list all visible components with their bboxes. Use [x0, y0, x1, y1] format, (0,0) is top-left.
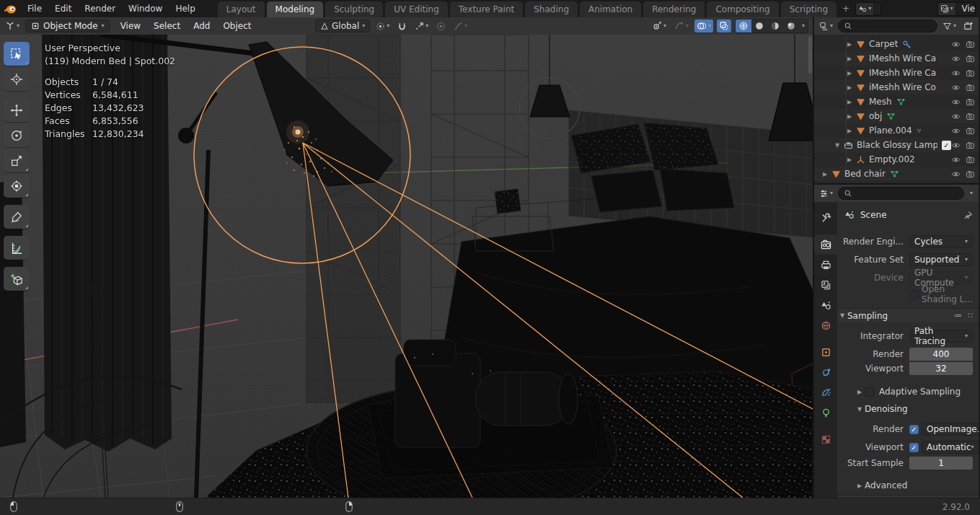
proportional-falloff-selector[interactable]: ▾: [451, 20, 469, 32]
outliner-item-label[interactable]: Carpet: [869, 39, 898, 49]
shading-solid-button[interactable]: [751, 19, 767, 32]
tool-add-cube-button[interactable]: [4, 267, 30, 291]
outliner-row[interactable]: ▶ Carpet: [814, 37, 979, 51]
disable-render-camera-icon[interactable]: [966, 97, 975, 107]
tab-object-data[interactable]: [814, 402, 837, 423]
light-paths-section-header[interactable]: ▼ Light Paths: [837, 495, 979, 498]
tab-physics[interactable]: [814, 362, 837, 382]
pivot-point-selector[interactable]: ▾: [374, 20, 392, 32]
disable-render-camera-icon[interactable]: [966, 170, 975, 179]
add-workspace-button[interactable]: +: [836, 1, 855, 17]
preset-list-icon[interactable]: ≔: [954, 311, 962, 320]
hide-eye-icon[interactable]: [951, 97, 961, 107]
workspace-tab[interactable]: Rendering: [643, 1, 705, 17]
snap-target-selector[interactable]: ▾: [412, 20, 431, 32]
render-engine-dropdown[interactable]: Cycles▾: [909, 235, 973, 248]
workspace-tab[interactable]: Shading: [525, 1, 578, 17]
denoise-render-dropdown[interactable]: OpenImage...▾: [922, 423, 979, 436]
workspace-tab[interactable]: Sculpting: [325, 1, 383, 17]
shading-rendered-button[interactable]: [783, 19, 799, 32]
shading-material-button[interactable]: [767, 19, 783, 32]
denoise-render-checkbox[interactable]: ✓: [909, 425, 919, 434]
disable-render-camera-icon[interactable]: [966, 112, 975, 121]
mode-selector[interactable]: Object Mode ▾: [25, 19, 110, 32]
disable-render-camera-icon[interactable]: [966, 40, 975, 49]
tab-scene[interactable]: [814, 295, 837, 315]
viewport-menu-item[interactable]: Add: [187, 19, 216, 32]
view-layer-selector[interactable]: ▾ View Layer ✕: [937, 2, 976, 16]
tab-world[interactable]: [814, 315, 837, 335]
adaptive-sampling-checkbox[interactable]: [865, 387, 874, 397]
hide-eye-icon[interactable]: [951, 40, 961, 49]
snapping-magnet-icon[interactable]: [395, 20, 409, 32]
tab-view-layer[interactable]: [814, 275, 837, 295]
blender-logo-icon[interactable]: [4, 3, 17, 14]
breadcrumb-label[interactable]: Scene: [860, 210, 887, 220]
workspace-tab[interactable]: UV Editing: [385, 1, 448, 17]
outliner-search-input[interactable]: [838, 19, 937, 32]
outliner-item-label[interactable]: IMeshh Wire Ca: [869, 53, 936, 63]
properties-search-input[interactable]: [838, 187, 964, 200]
outliner-row[interactable]: ▶ IMeshh Wire Ca: [814, 51, 979, 66]
topbar-menu-item[interactable]: Window: [122, 2, 169, 15]
viewport-menu-item[interactable]: Select: [147, 19, 187, 32]
editor-type-button[interactable]: ▾: [817, 20, 835, 32]
orientation-selector[interactable]: Global ▾: [315, 19, 370, 32]
outliner-row[interactable]: ▶ IMeshh Wire Ca: [814, 66, 979, 80]
samples-render-field[interactable]: 400: [909, 348, 973, 361]
tab-output[interactable]: [814, 255, 837, 275]
denoise-viewport-dropdown[interactable]: Automatic▾: [922, 441, 979, 454]
outliner-item-label[interactable]: Bed chair: [844, 169, 886, 179]
tool-rotate-button[interactable]: [4, 123, 30, 147]
integrator-dropdown[interactable]: Path Tracing▾: [909, 330, 973, 343]
outliner-item-label[interactable]: Empty.002: [869, 154, 915, 164]
scene-browse-icon[interactable]: ▾: [856, 3, 874, 15]
scene-name[interactable]: Scene: [874, 4, 880, 14]
outliner-row[interactable]: ▶ Plane.004: [814, 123, 979, 138]
outliner-item-label[interactable]: Black Glossy Lamp: [857, 140, 937, 150]
shading-options-dropdown[interactable]: ▾: [799, 19, 808, 32]
samples-viewport-field[interactable]: 32: [909, 362, 973, 375]
xray-toggle[interactable]: [717, 19, 731, 32]
sampling-section-header[interactable]: ▼ Sampling ≔∷: [837, 308, 979, 322]
disable-render-camera-icon[interactable]: [966, 69, 975, 78]
topbar-menu-item[interactable]: File: [21, 2, 48, 15]
editor-type-button[interactable]: ▾: [817, 188, 835, 200]
device-dropdown[interactable]: GPU Compute▾: [909, 271, 973, 284]
disable-render-camera-icon[interactable]: [966, 54, 975, 63]
hide-eye-icon[interactable]: [951, 83, 961, 92]
outliner-item-label[interactable]: Plane.004: [869, 126, 912, 136]
collection-checkbox[interactable]: ✓: [942, 141, 951, 150]
viewport-menu-item[interactable]: Object: [216, 19, 257, 32]
denoise-viewport-checkbox[interactable]: ✓: [909, 443, 919, 452]
workspace-tab[interactable]: Modeling: [267, 1, 324, 17]
view-layer-browse-icon[interactable]: ▾: [938, 3, 956, 15]
tab-tool[interactable]: [814, 208, 837, 228]
tab-texture[interactable]: [814, 429, 837, 449]
tab-render[interactable]: [814, 234, 837, 255]
osl-checkbox[interactable]: [909, 290, 919, 299]
hide-eye-icon[interactable]: [951, 126, 961, 136]
hide-eye-icon[interactable]: [951, 112, 961, 121]
disable-render-camera-icon[interactable]: [966, 83, 975, 92]
disable-render-camera-icon[interactable]: [966, 155, 975, 164]
topbar-menu-item[interactable]: Edit: [48, 2, 78, 15]
show-gizmos-toggle[interactable]: ▾: [650, 19, 668, 32]
editor-type-button[interactable]: ▾: [3, 19, 22, 32]
disable-render-camera-icon[interactable]: [966, 141, 975, 150]
view-layer-name[interactable]: View Layer: [956, 4, 976, 14]
outliner-row[interactable]: ▶ Empty.002: [814, 152, 979, 167]
outliner-item-label[interactable]: obj: [869, 111, 882, 121]
outliner-row[interactable]: ▶ obj: [814, 109, 979, 123]
feature-set-dropdown[interactable]: Supported▾: [909, 253, 973, 266]
topbar-menu-item[interactable]: Render: [78, 2, 122, 15]
tool-cursor-button[interactable]: [4, 67, 30, 91]
tool-scale-button[interactable]: [4, 149, 30, 172]
advanced-section-header[interactable]: ▶ Advanced: [837, 478, 979, 493]
hide-eye-icon[interactable]: [951, 155, 961, 164]
tab-object[interactable]: [814, 342, 837, 362]
outliner-filter-button[interactable]: ▾: [940, 20, 958, 32]
adaptive-sampling-row[interactable]: ▶ Adaptive Sampling: [837, 384, 979, 399]
outliner-item-label[interactable]: Mesh: [869, 97, 892, 107]
pin-icon[interactable]: [963, 211, 973, 220]
